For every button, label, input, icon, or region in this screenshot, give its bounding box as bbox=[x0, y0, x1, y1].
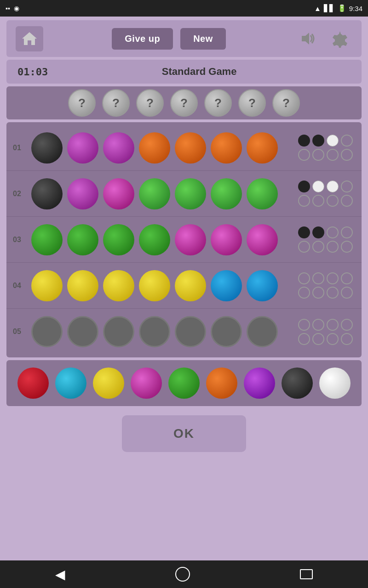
game-mode-label: Standard Game bbox=[48, 66, 351, 78]
secret-peg-6: ? bbox=[238, 89, 266, 117]
feedback-dot bbox=[312, 333, 324, 345]
row-number: 03 bbox=[13, 236, 31, 244]
feedback-dot bbox=[341, 241, 353, 253]
home-button[interactable] bbox=[16, 26, 43, 51]
peg-slot[interactable] bbox=[175, 316, 206, 347]
home-nav-button[interactable] bbox=[175, 567, 190, 582]
back-button[interactable]: ◀ bbox=[55, 567, 65, 582]
feedback-dot bbox=[341, 149, 353, 161]
feedback-dot bbox=[341, 195, 353, 207]
feedback-dot bbox=[312, 195, 324, 207]
feedback-dot bbox=[312, 149, 324, 161]
secret-peg-2: ? bbox=[102, 89, 130, 117]
signal-bars: ▋▋ bbox=[324, 4, 335, 12]
secret-peg-1: ? bbox=[68, 89, 96, 117]
recents-button[interactable] bbox=[300, 569, 313, 579]
peg[interactable] bbox=[211, 132, 242, 164]
game-board: 01 02 bbox=[6, 122, 362, 357]
palette-cyan[interactable] bbox=[55, 368, 86, 399]
row-number: 01 bbox=[13, 144, 31, 152]
peg-row-1 bbox=[31, 132, 295, 164]
wifi-signal: ▲ bbox=[314, 5, 321, 12]
peg[interactable] bbox=[175, 224, 206, 255]
give-up-button[interactable]: Give up bbox=[112, 28, 173, 50]
peg[interactable] bbox=[103, 224, 134, 255]
peg[interactable] bbox=[67, 224, 98, 255]
row-number: 02 bbox=[13, 190, 31, 198]
palette-red[interactable] bbox=[17, 368, 49, 399]
feedback-3 bbox=[295, 224, 355, 255]
peg[interactable] bbox=[139, 178, 170, 209]
feedback-dot bbox=[327, 181, 339, 192]
feedback-dot bbox=[298, 272, 310, 284]
peg[interactable] bbox=[31, 224, 63, 255]
feedback-dot bbox=[327, 241, 339, 253]
settings-button[interactable] bbox=[327, 26, 352, 51]
feedback-dot bbox=[341, 319, 353, 331]
peg-row-4 bbox=[31, 270, 295, 301]
peg[interactable] bbox=[247, 178, 278, 209]
peg-slot[interactable] bbox=[139, 316, 170, 347]
peg-slot[interactable] bbox=[211, 316, 242, 347]
palette-magenta[interactable] bbox=[131, 368, 162, 399]
peg-slot[interactable] bbox=[103, 316, 134, 347]
feedback-dot bbox=[312, 272, 324, 284]
peg[interactable] bbox=[139, 224, 170, 255]
peg[interactable] bbox=[67, 132, 98, 164]
clock: 9:34 bbox=[349, 5, 362, 12]
feedback-dot bbox=[341, 226, 353, 238]
secret-peg-3: ? bbox=[136, 89, 164, 117]
peg[interactable] bbox=[211, 178, 242, 209]
row-number: 04 bbox=[13, 282, 31, 290]
timer-display: 01:03 bbox=[17, 66, 48, 78]
gear-icon bbox=[331, 29, 349, 48]
peg[interactable] bbox=[139, 270, 170, 301]
palette-orange[interactable] bbox=[206, 368, 237, 399]
feedback-dot bbox=[298, 287, 310, 299]
home-icon bbox=[21, 30, 38, 47]
peg-slot[interactable] bbox=[247, 316, 278, 347]
new-button[interactable]: New bbox=[180, 28, 226, 50]
ok-button[interactable]: OK bbox=[122, 415, 246, 452]
palette-yellow[interactable] bbox=[93, 368, 124, 399]
palette-white[interactable] bbox=[319, 368, 351, 399]
peg[interactable] bbox=[211, 224, 242, 255]
secret-peg-7: ? bbox=[272, 89, 300, 117]
peg[interactable] bbox=[211, 270, 242, 301]
peg[interactable] bbox=[247, 270, 278, 301]
peg[interactable] bbox=[103, 178, 134, 209]
feedback-dot bbox=[327, 319, 339, 331]
feedback-dot bbox=[327, 226, 339, 238]
palette-black[interactable] bbox=[282, 368, 313, 399]
peg[interactable] bbox=[67, 178, 98, 209]
palette-dark-purple[interactable] bbox=[244, 368, 275, 399]
peg[interactable] bbox=[175, 178, 206, 209]
peg[interactable] bbox=[103, 270, 134, 301]
feedback-5 bbox=[295, 316, 355, 348]
row-number: 05 bbox=[13, 328, 31, 336]
table-row: 02 bbox=[6, 171, 362, 217]
peg[interactable] bbox=[247, 224, 278, 255]
feedback-1 bbox=[295, 132, 355, 164]
peg[interactable] bbox=[139, 132, 170, 164]
peg[interactable] bbox=[247, 132, 278, 164]
status-left: ▪▪ ◉ bbox=[6, 5, 19, 12]
peg-slot[interactable] bbox=[67, 316, 98, 347]
peg[interactable] bbox=[175, 132, 206, 164]
status-right: ▲ ▋▋ 🔋 9:34 bbox=[314, 4, 362, 12]
sound-button[interactable] bbox=[294, 26, 320, 51]
feedback-dot bbox=[341, 135, 353, 147]
peg[interactable] bbox=[175, 270, 206, 301]
secret-row: ? ? ? ? ? ? ? bbox=[6, 86, 362, 119]
feedback-dot bbox=[298, 135, 310, 147]
peg[interactable] bbox=[67, 270, 98, 301]
ok-section: OK bbox=[0, 415, 368, 452]
secret-peg-4: ? bbox=[170, 89, 198, 117]
peg[interactable] bbox=[31, 178, 63, 209]
battery-icon: 🔋 bbox=[338, 4, 346, 12]
palette-green[interactable] bbox=[168, 368, 200, 399]
peg-slot[interactable] bbox=[31, 316, 63, 347]
peg[interactable] bbox=[31, 270, 63, 301]
peg[interactable] bbox=[31, 132, 63, 164]
peg[interactable] bbox=[103, 132, 134, 164]
